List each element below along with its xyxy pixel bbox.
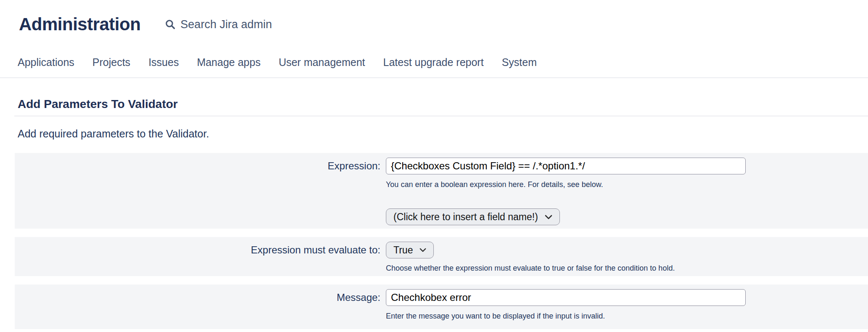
insert-field-name-dropdown[interactable]: (Click here to insert a field name!) [386,208,560,225]
expression-help: You can enter a boolean expression here.… [386,180,603,189]
evaluate-label: Expression must evaluate to: [15,242,380,273]
expression-label: Expression: [15,158,380,225]
validator-form: Expression: You can enter a boolean expr… [0,153,868,329]
evaluate-select-value: True [393,245,413,256]
evaluate-select[interactable]: True [386,242,434,258]
nav-item-latest-upgrade-report[interactable]: Latest upgrade report [383,56,484,69]
main-content: Add Parameters To Validator Add required… [0,97,868,329]
message-row: Message: Enter the message you want to b… [15,285,868,329]
expression-input[interactable] [386,158,746,174]
message-input[interactable] [386,289,746,306]
search-label: Search Jira admin [180,18,272,31]
admin-nav: Applications Projects Issues Manage apps… [0,34,868,78]
message-help: Enter the message you want to be display… [386,312,605,321]
section-description: Add required parameters to the Validator… [18,128,868,140]
nav-item-issues[interactable]: Issues [148,56,179,69]
evaluate-row: Expression must evaluate to: True Choose… [15,237,868,276]
app-title: Administration [19,14,140,34]
search-icon [165,19,176,30]
section-title-divider [14,116,868,116]
chevron-down-icon [419,248,426,252]
admin-header: Administration Search Jira admin [0,0,868,34]
nav-item-manage-apps[interactable]: Manage apps [197,56,261,69]
evaluate-help: Choose whether the expression must evalu… [386,264,675,273]
nav-item-system[interactable]: System [502,56,537,69]
admin-search[interactable]: Search Jira admin [165,18,272,31]
insert-field-name-dropdown-label: (Click here to insert a field name!) [393,211,538,223]
section-title: Add Parameters To Validator [18,97,868,111]
expression-row: Expression: You can enter a boolean expr… [15,153,868,229]
message-label: Message: [15,289,380,321]
nav-item-projects[interactable]: Projects [92,56,130,69]
nav-item-user-management[interactable]: User management [279,56,365,69]
nav-item-applications[interactable]: Applications [18,56,74,69]
chevron-down-icon [545,215,552,219]
